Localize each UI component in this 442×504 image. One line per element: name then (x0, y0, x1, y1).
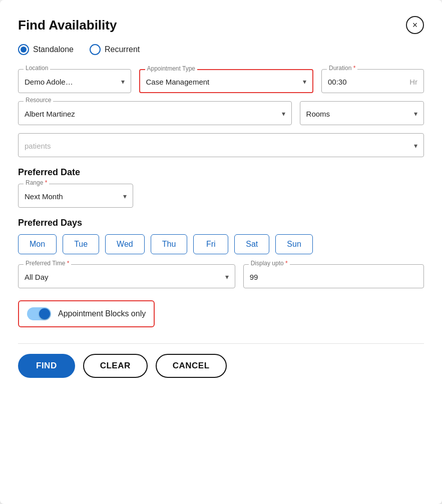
appt-type-select[interactable]: Appointment Type Case Management ▾ (139, 69, 314, 93)
time-display-row: Preferred Time * All Day ▾ Display upto … (18, 264, 424, 288)
day-sat[interactable]: Sat (234, 234, 269, 254)
appt-type-chevron-icon: ▾ (303, 78, 306, 86)
find-button[interactable]: FIND (18, 354, 75, 378)
rooms-value: Rooms (306, 110, 411, 118)
preferred-days-title: Preferred Days (18, 218, 424, 228)
patients-chevron-icon: ▾ (414, 142, 417, 150)
range-label: Range * (24, 179, 49, 186)
location-select[interactable]: Location Demo Adole… ▾ (18, 69, 131, 93)
range-select[interactable]: Range * Next Month ▾ (18, 184, 133, 208)
resource-field-group: Resource Albert Martinez ▾ (18, 101, 292, 125)
standalone-radio[interactable]: Standalone (18, 44, 74, 55)
rooms-chevron-icon: ▾ (414, 110, 417, 118)
preferred-time-field-group: Preferred Time * All Day ▾ (18, 264, 235, 288)
location-field-group: Location Demo Adole… ▾ (18, 69, 131, 93)
duration-value: 00:30 (328, 78, 405, 86)
actions-row: FIND CLEAR CANCEL (18, 354, 424, 378)
resource-label: Resource (24, 97, 53, 104)
display-upto-value: 99 (250, 273, 417, 281)
location-chevron-icon: ▾ (121, 78, 125, 86)
patients-placeholder: patients (25, 142, 411, 150)
duration-select[interactable]: Duration * 00:30 Hr (321, 69, 424, 93)
duration-label: Duration * (327, 65, 357, 72)
close-button[interactable]: × (406, 16, 424, 34)
day-tue[interactable]: Tue (63, 234, 99, 254)
range-chevron-icon: ▾ (123, 192, 127, 200)
appt-blocks-label: Appointment Blocks only (58, 309, 146, 318)
appt-type-label: Appointment Type (145, 65, 198, 72)
appt-blocks-toggle-row: Appointment Blocks only (18, 300, 155, 327)
appointment-mode-group: Standalone Recurrent (18, 44, 424, 55)
range-value: Next Month (25, 192, 120, 201)
range-row: Range * Next Month ▾ (18, 184, 424, 208)
patients-row: patients ▾ (18, 133, 424, 157)
appt-blocks-toggle[interactable] (27, 307, 51, 320)
recurrent-radio[interactable]: Recurrent (90, 44, 140, 55)
resource-chevron-icon: ▾ (282, 110, 285, 118)
day-fri[interactable]: Fri (193, 234, 228, 254)
find-availability-dialog: Find Availability × Standalone Recurrent… (0, 0, 442, 504)
recurrent-radio-circle (90, 44, 101, 55)
resource-select[interactable]: Resource Albert Martinez ▾ (18, 101, 292, 125)
day-thu[interactable]: Thu (151, 234, 188, 254)
recurrent-label: Recurrent (105, 45, 140, 54)
preferred-time-chevron-icon: ▾ (225, 273, 229, 281)
dialog-header: Find Availability × (18, 16, 424, 34)
actions-divider (18, 343, 424, 344)
duration-required: * (353, 65, 356, 72)
preferred-time-select[interactable]: Preferred Time * All Day ▾ (18, 264, 235, 288)
day-mon[interactable]: Mon (18, 234, 57, 254)
patients-select[interactable]: patients ▾ (18, 133, 424, 157)
display-upto-input[interactable]: Display upto * 99 (243, 264, 424, 288)
range-field-group: Range * Next Month ▾ (18, 184, 133, 208)
toggle-knob (39, 308, 50, 319)
resource-row: Resource Albert Martinez ▾ Rooms ▾ (18, 101, 424, 125)
day-wed[interactable]: Wed (105, 234, 145, 254)
resource-value: Albert Martinez (25, 110, 279, 118)
day-sun[interactable]: Sun (275, 234, 312, 254)
duration-unit: Hr (409, 78, 417, 86)
standalone-label: Standalone (33, 45, 74, 54)
appt-type-field-group: Appointment Type Case Management ▾ (139, 69, 314, 93)
clear-button[interactable]: CLEAR (83, 354, 148, 378)
cancel-button[interactable]: CANCEL (156, 354, 227, 378)
rooms-field-group: Rooms ▾ (300, 101, 424, 125)
top-fields-row: Location Demo Adole… ▾ Appointment Type … (18, 69, 424, 93)
location-label: Location (24, 65, 50, 72)
appt-type-value: Case Management (146, 78, 300, 86)
display-upto-field-group: Display upto * 99 (243, 264, 424, 288)
location-value: Demo Adole… (25, 78, 118, 86)
patients-field-group: patients ▾ (18, 133, 424, 157)
preferred-time-label: Preferred Time * (24, 260, 71, 267)
rooms-select[interactable]: Rooms ▾ (300, 101, 424, 125)
preferred-date-title: Preferred Date (18, 167, 424, 178)
close-icon: × (412, 20, 418, 31)
duration-field-group: Duration * 00:30 Hr (321, 69, 424, 93)
standalone-radio-circle (18, 44, 29, 55)
dialog-title: Find Availability (18, 18, 117, 33)
preferred-time-value: All Day (25, 273, 222, 281)
days-row: Mon Tue Wed Thu Fri Sat Sun (18, 234, 424, 254)
display-upto-label: Display upto * (249, 260, 290, 267)
